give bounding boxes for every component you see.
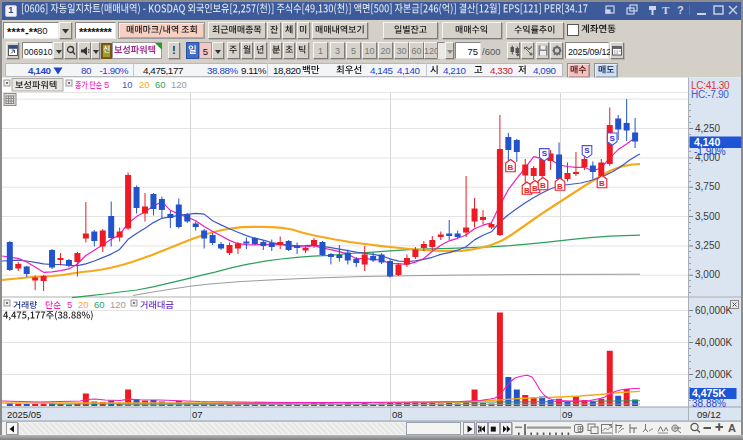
svg-text:10: 10 [122, 79, 133, 90]
svg-text:60: 60 [94, 299, 105, 310]
svg-text:3,250: 3,250 [695, 240, 720, 251]
svg-text:B: B [540, 181, 546, 190]
svg-text:60,000K: 60,000K [695, 305, 733, 316]
svg-text:B: B [599, 179, 605, 188]
svg-text:07: 07 [192, 409, 203, 420]
svg-text:4,250: 4,250 [695, 123, 720, 134]
svg-text:60: 60 [155, 79, 166, 90]
svg-text:B: B [532, 184, 538, 193]
svg-text:S: S [610, 134, 616, 143]
svg-text:-1.90%: -1.90% [694, 146, 726, 157]
svg-text:3,750: 3,750 [695, 181, 720, 192]
svg-text:S: S [542, 149, 548, 158]
svg-text:B: B [508, 163, 514, 172]
svg-text:5: 5 [104, 79, 109, 90]
svg-text:2025/05: 2025/05 [7, 409, 41, 420]
svg-text:3,000: 3,000 [695, 269, 720, 280]
svg-text:08: 08 [392, 409, 403, 420]
svg-text:38.88%: 38.88% [692, 398, 726, 409]
svg-text:3,500: 3,500 [695, 211, 720, 222]
svg-text:B: B [557, 182, 563, 191]
svg-text:HC:-7.90: HC:-7.90 [691, 89, 729, 100]
svg-text:120: 120 [110, 299, 126, 310]
svg-text:B: B [524, 186, 530, 195]
svg-text:S: S [584, 146, 590, 155]
svg-text:09/12: 09/12 [697, 409, 721, 420]
svg-text:40,000K: 40,000K [695, 337, 733, 348]
svg-text:20,000K: 20,000K [695, 369, 733, 380]
svg-text:A: A [728, 422, 736, 434]
svg-text:120: 120 [171, 79, 187, 90]
svg-text:09: 09 [562, 409, 573, 420]
svg-text:20: 20 [139, 79, 150, 90]
svg-text:20: 20 [78, 299, 89, 310]
svg-text:5: 5 [67, 299, 72, 310]
